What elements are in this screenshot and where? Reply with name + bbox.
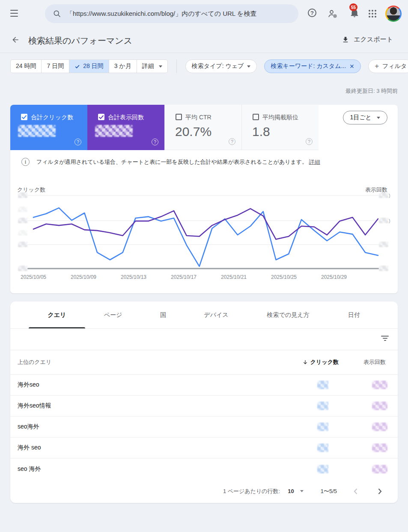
tab-ページ[interactable]: ページ <box>85 301 141 328</box>
user-settings-icon[interactable] <box>328 9 338 19</box>
metric-checkbox[interactable] <box>253 114 259 120</box>
tab-クエリ[interactable]: クエリ <box>29 301 85 328</box>
table-filter-icon[interactable] <box>381 336 389 343</box>
table-row[interactable]: seo 海外 <box>10 458 398 479</box>
table-row[interactable]: seo海外 <box>10 417 398 437</box>
notifications-bell-icon[interactable]: 55 <box>349 8 361 20</box>
blurred-impressions-value <box>372 423 387 431</box>
query-cell: seo 海外 <box>10 465 317 473</box>
blurred-impressions-value <box>372 465 387 473</box>
filter-chip-2[interactable]: 検索キーワード: カスタム... <box>264 59 361 73</box>
pagination-range: 1〜5/5 <box>321 488 337 495</box>
rows-per-page-label: 1 ページあたりの行数: <box>223 488 280 495</box>
date-range-7 日間[interactable]: 7 日間 <box>42 60 69 73</box>
sort-desc-arrow-icon <box>302 359 308 365</box>
info-icon: i <box>21 158 30 166</box>
tab-日付[interactable]: 日付 <box>329 301 379 328</box>
help-icon[interactable]: ? <box>308 9 318 19</box>
filter-chip-1[interactable]: 検索タイプ: ウェブ <box>185 59 257 73</box>
column-impressions[interactable]: 表示回数 <box>339 358 398 366</box>
google-apps-grid-icon[interactable] <box>367 9 378 19</box>
chip-label: 検索キーワード: カスタム... <box>271 62 346 70</box>
metric-help-icon[interactable]: ? <box>306 138 313 145</box>
check-icon <box>74 64 80 69</box>
rows-per-page-value[interactable]: 10 <box>288 488 294 494</box>
export-button[interactable]: エクスポート <box>342 35 393 44</box>
download-icon <box>342 36 349 44</box>
metric-checkbox[interactable] <box>98 114 104 120</box>
account-avatar[interactable] <box>385 6 402 22</box>
table-row[interactable]: 海外seo情報 <box>10 396 398 417</box>
performance-chart[interactable]: ) ) <box>10 182 398 274</box>
divider <box>176 59 177 73</box>
chip-label: 検索タイプ: ウェブ <box>192 62 244 70</box>
tab-国[interactable]: 国 <box>141 301 185 328</box>
date-range-24 時間[interactable]: 24 時間 <box>11 60 42 73</box>
notification-badge: 55 <box>349 3 357 11</box>
query-cell: 海外seo情報 <box>10 402 317 410</box>
query-cell: seo海外 <box>10 423 317 431</box>
filter-info-banner: i フィルタが適用されている場合、チャートと表に一部を反映した合計や結果が表示さ… <box>21 158 320 166</box>
blurred-clicks-value <box>317 381 328 389</box>
table-row[interactable]: 海外seo <box>10 375 398 396</box>
x-axis-dates: 2025/10/052025/10/092025/10/132025/10/17… <box>10 274 398 281</box>
blurred-impressions-value <box>372 402 387 410</box>
x-tick-label: 2025/10/29 <box>321 274 347 280</box>
metric-help-icon[interactable]: ? <box>229 138 235 145</box>
x-tick-label: 2025/10/17 <box>171 274 197 280</box>
tab-検索での見え方[interactable]: 検索での見え方 <box>247 301 329 328</box>
blurred-ytick <box>18 192 27 198</box>
metric-card-2[interactable]: 合計表示回数? <box>87 105 164 150</box>
top-bar: ? 55 <box>0 0 408 27</box>
metric-help-icon[interactable]: ? <box>152 139 158 145</box>
metric-card-4[interactable]: 平均掲載順位1.8? <box>241 105 319 150</box>
blurred-ytick <box>379 266 388 271</box>
filter-chip-3[interactable]: +フィルタ <box>368 59 408 73</box>
x-tick-label: 2025/10/09 <box>71 274 96 280</box>
column-top-queries[interactable]: 上位のクエリ <box>10 358 279 366</box>
menu-icon[interactable] <box>10 10 18 18</box>
metric-checkbox[interactable] <box>176 114 182 120</box>
date-range-28 日間[interactable]: 28 日間 <box>69 60 109 73</box>
metric-value: 20.7% <box>175 124 211 139</box>
back-arrow-icon[interactable] <box>11 35 20 44</box>
prev-page-icon[interactable] <box>351 486 361 497</box>
blurred-clicks-value <box>317 423 328 431</box>
date-range-3 か月[interactable]: 3 か月 <box>109 60 137 73</box>
metric-help-icon[interactable]: ? <box>74 139 81 145</box>
query-cell: 海外 seo <box>10 444 317 452</box>
metric-label: 平均掲載順位 <box>262 114 298 121</box>
banner-details-link[interactable]: 詳細 <box>309 159 320 165</box>
x-tick-label: 2025/10/05 <box>21 274 46 280</box>
metric-card-3[interactable]: 平均 CTR20.7%? <box>164 105 241 150</box>
banner-text: フィルタが適用されている場合、チャートと表に一部を反映した合計や結果が表示される… <box>36 159 307 165</box>
dimensions-table-card: クエリページ国デバイス検索での見え方日付 上位のクエリ クリック数 表示回数 海… <box>10 301 398 503</box>
blurred-ytick <box>379 192 388 198</box>
blurred-clicks-value <box>317 402 328 410</box>
chip-label: フィルタ <box>382 62 407 70</box>
column-clicks-sorted[interactable]: クリック数 <box>279 358 339 366</box>
date-range-詳細[interactable]: 詳細 <box>137 60 167 73</box>
export-label: エクスポート <box>354 35 393 44</box>
blurred-ytick <box>18 230 27 236</box>
granularity-dropdown[interactable]: 1日ごと <box>343 111 387 124</box>
rows-per-page-dropdown-icon[interactable] <box>300 490 304 492</box>
table-row[interactable]: 海外 seo <box>10 437 398 458</box>
blurred-clicks-value <box>317 465 328 473</box>
tab-デバイス[interactable]: デバイス <box>185 301 247 328</box>
metric-label: 合計クリック数 <box>31 114 73 121</box>
x-tick-label: 2025/10/21 <box>221 274 247 280</box>
blurred-metric-value <box>95 125 133 137</box>
next-page-icon[interactable] <box>375 486 385 497</box>
pagination-bar: 1 ページあたりの行数: 10 1〜5/5 <box>10 479 398 503</box>
search-input[interactable] <box>66 10 292 18</box>
close-icon[interactable] <box>349 64 354 69</box>
metric-card-1[interactable]: 合計クリック数? <box>10 105 87 150</box>
blurred-ytick <box>18 218 27 223</box>
query-cell: 海外seo <box>10 381 317 389</box>
url-inspect-searchbox[interactable] <box>45 4 298 23</box>
plus-icon: + <box>375 62 379 71</box>
metric-checkbox[interactable] <box>21 114 27 120</box>
last-updated-text: 最終更新日: 3 時間前 <box>345 87 398 95</box>
date-range-label: 28 日間 <box>83 62 103 70</box>
